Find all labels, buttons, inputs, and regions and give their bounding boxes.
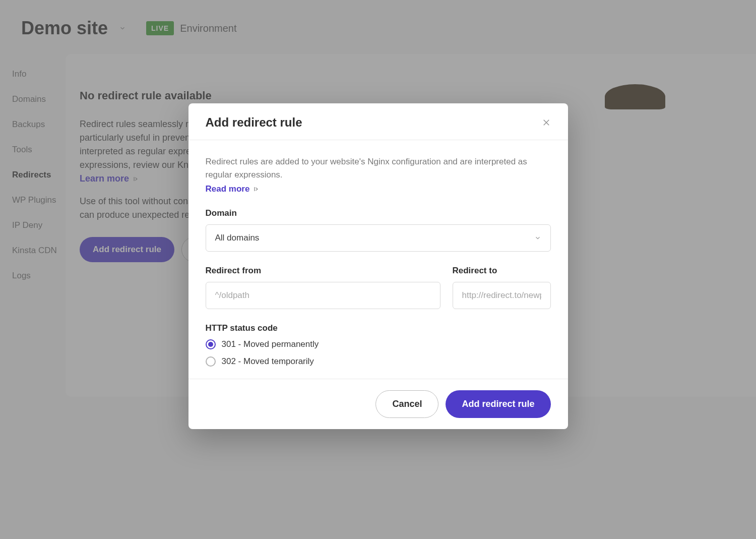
submit-button[interactable]: Add redirect rule xyxy=(446,390,550,418)
close-icon[interactable] xyxy=(542,118,551,127)
modal-overlay: Add redirect rule Redirect rules are add… xyxy=(0,0,756,539)
status-302-label: 302 - Moved temporarily xyxy=(222,356,314,367)
status-302-radio[interactable]: 302 - Moved temporarily xyxy=(206,356,551,367)
status-301-radio[interactable]: 301 - Moved permanently xyxy=(206,339,551,349)
modal-description: Redirect rules are added to your website… xyxy=(206,155,551,182)
read-more-link[interactable]: Read more xyxy=(206,184,260,194)
radio-icon xyxy=(206,339,216,349)
redirect-to-label: Redirect to xyxy=(453,266,551,276)
domain-select[interactable]: All domains xyxy=(206,224,551,252)
status-301-label: 301 - Moved permanently xyxy=(222,339,319,349)
status-code-label: HTTP status code xyxy=(206,323,551,333)
redirect-from-input[interactable] xyxy=(206,282,440,309)
redirect-to-input[interactable] xyxy=(453,282,551,309)
radio-icon xyxy=(206,356,216,367)
redirect-from-label: Redirect from xyxy=(206,266,440,276)
cancel-button[interactable]: Cancel xyxy=(375,390,438,418)
domain-label: Domain xyxy=(206,208,551,218)
modal-title: Add redirect rule xyxy=(206,115,302,130)
domain-select-value: All domains xyxy=(215,233,260,243)
external-link-icon xyxy=(253,186,260,193)
add-redirect-modal: Add redirect rule Redirect rules are add… xyxy=(188,103,568,429)
chevron-down-icon xyxy=(534,234,541,242)
